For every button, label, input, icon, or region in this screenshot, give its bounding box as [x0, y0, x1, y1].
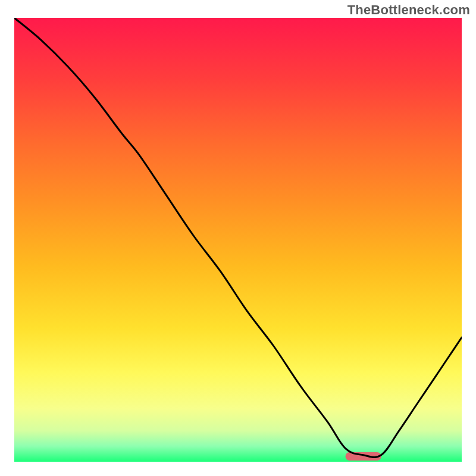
gradient-background — [14, 18, 462, 462]
plot-area — [14, 18, 462, 462]
chart-svg — [14, 18, 462, 462]
chart-root: TheBottleneck.com — [0, 0, 476, 476]
watermark-text: TheBottleneck.com — [347, 2, 470, 18]
